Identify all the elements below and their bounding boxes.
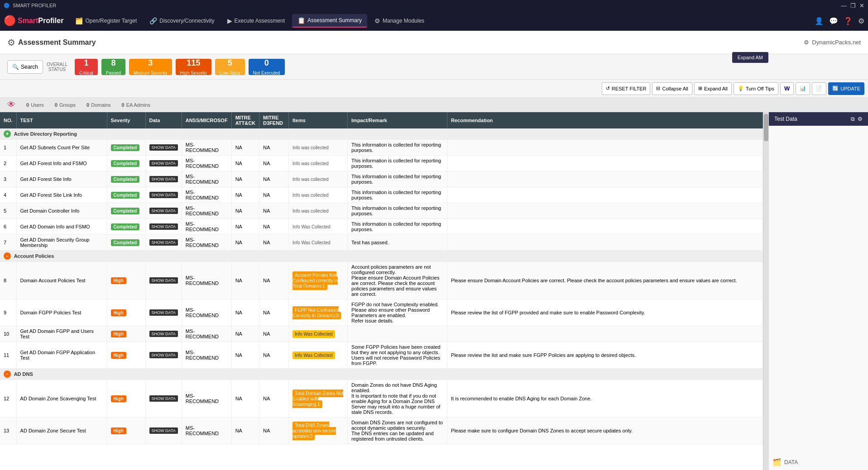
cell-no: 1 <box>0 140 16 156</box>
nav-assessment-summary[interactable]: 📋 Assessment Summary <box>292 14 367 28</box>
nav-execute[interactable]: ▶ Execute Assessment <box>222 14 290 27</box>
stat-low: 5 Low Risks <box>215 59 245 75</box>
cell-impact: This information is collected for report… <box>348 171 447 187</box>
items-cell: Info was collected <box>293 145 329 150</box>
cell-no: 13 <box>0 418 16 444</box>
passed-label: Passed <box>106 71 121 76</box>
pdf-export-button[interactable]: 📄 <box>812 82 826 95</box>
cell-mitre-d3: NA <box>259 380 289 418</box>
nav-open-register[interactable]: 🗂️ Open/Register Target <box>70 14 142 27</box>
th-impact: Impact/Remark <box>348 112 447 128</box>
close-button[interactable]: ✕ <box>859 2 864 9</box>
collapse-all-button[interactable]: ⊟ Collapse All <box>652 82 692 95</box>
cell-severity: High <box>107 418 145 444</box>
show-data-button[interactable]: SHOW DATA <box>149 395 178 402</box>
items-cell: Info Was Collected <box>293 240 331 245</box>
logo-icon: 🔴 <box>4 15 16 27</box>
nav-discovery[interactable]: 🔗 Discovery/Connectivity <box>144 14 220 27</box>
cell-mitre-att: NA <box>231 140 259 156</box>
cell-recommendation: Please review the list and make sure FGP… <box>447 342 763 369</box>
cell-severity: High <box>107 342 145 369</box>
show-data-button[interactable]: SHOW DATA <box>149 192 178 198</box>
minimize-button[interactable]: — <box>841 2 847 9</box>
user-icon[interactable]: 👤 <box>815 17 824 25</box>
cell-mitre-d3: NA <box>259 342 289 369</box>
mini-stat-users: 0 Users <box>26 102 44 108</box>
show-data-button[interactable]: SHOW DATA <box>149 239 178 246</box>
update-button[interactable]: 🔄 UPDATE <box>828 82 864 95</box>
cell-recommendation: It is recommended to enable DNS Aging fo… <box>447 380 763 418</box>
cell-mitre-d3: NA <box>259 299 289 326</box>
chat-icon[interactable]: 💬 <box>829 17 838 25</box>
restore-button[interactable]: ❐ <box>850 2 856 9</box>
nav-manage-modules[interactable]: ⚙ Manage Modules <box>369 14 430 27</box>
show-data-button[interactable]: SHOW DATA <box>149 144 178 151</box>
titlebar-controls[interactable]: — ❐ ✕ <box>841 2 864 9</box>
th-severity: Severity <box>107 112 145 128</box>
cell-items: Info was collected <box>289 140 348 156</box>
cell-test: Domain Account Policies Test <box>16 262 107 299</box>
turn-off-tips-button[interactable]: 💡 Turn Off Tips <box>734 82 778 95</box>
right-panel: Test Data ⧉ ⚙ 🗂️ DATA <box>768 112 868 470</box>
cell-items: Info was collected <box>289 171 348 187</box>
word-icon: W <box>784 85 790 92</box>
cell-recommendation: Please ensure Domain Account Policies ar… <box>447 262 763 299</box>
cell-mitre-d3: NA <box>259 171 289 187</box>
nav-right: 👤 💬 ❓ ⚙ <box>815 17 864 25</box>
items-cell: Info Was Collected <box>293 330 335 338</box>
cell-mitre-att: NA <box>231 219 259 235</box>
table-area[interactable]: NO. TEST Severity Data ANSS/MICROSOF MIT… <box>0 112 763 470</box>
right-panel-copy-icon[interactable]: ⧉ <box>851 116 855 122</box>
items-cell: Total Domain Zones Not Enabled with Scav… <box>293 389 343 408</box>
app-title: SMART PROFILER <box>13 3 56 8</box>
reset-filter-button[interactable]: ↺ RESET FILTER <box>602 82 651 95</box>
show-data-button[interactable]: SHOW DATA <box>149 176 178 182</box>
app-icon: 🔵 <box>4 3 10 9</box>
not-executed-label: Not Executed <box>253 71 280 76</box>
section-toggle[interactable]: + <box>4 130 11 138</box>
cell-recommendation: Please review the list of FGPP provided … <box>447 299 763 326</box>
cell-no: 8 <box>0 262 16 299</box>
cell-mitre-d3: NA <box>259 187 289 203</box>
show-data-button[interactable]: SHOW DATA <box>149 277 178 284</box>
search-button[interactable]: 🔍 Search <box>7 60 43 74</box>
turn-off-tips-label: Turn Off Tips <box>746 86 774 91</box>
table-row: 5 Get Domain Controller Info Completed S… <box>0 203 763 219</box>
stat-medium: 3 Medium Severity <box>129 59 172 75</box>
settings-icon[interactable]: ⚙ <box>858 17 864 25</box>
cell-mitre-att: NA <box>231 203 259 219</box>
help-icon[interactable]: ❓ <box>844 17 853 25</box>
cell-impact: This information is collected for report… <box>348 156 447 171</box>
cell-data: SHOW DATA <box>145 418 182 444</box>
section-toggle[interactable]: - <box>4 252 11 260</box>
cell-mitre-att: NA <box>231 262 259 299</box>
show-data-button[interactable]: SHOW DATA <box>149 223 178 230</box>
cell-test: Get AD Domain Security Group Membership <box>16 235 107 251</box>
dynamic-packs-icon: ⚙ <box>804 39 809 46</box>
expand-am-button[interactable]: Expand AM <box>732 52 768 63</box>
excel-export-button[interactable]: 📊 <box>796 82 810 95</box>
cell-severity: Completed <box>107 156 145 171</box>
show-data-button[interactable]: SHOW DATA <box>149 352 178 358</box>
scrollbar[interactable] <box>763 112 768 470</box>
word-export-button[interactable]: W <box>780 82 794 95</box>
show-data-button[interactable]: SHOW DATA <box>149 331 178 337</box>
nav-assessment-summary-label: Assessment Summary <box>307 17 362 24</box>
cell-recommendation <box>447 219 763 235</box>
show-data-button[interactable]: SHOW DATA <box>149 309 178 316</box>
show-data-button[interactable]: SHOW DATA <box>149 160 178 166</box>
section-toggle[interactable]: - <box>4 370 11 378</box>
cell-anss: MS-RECOMMEND <box>182 342 231 369</box>
show-data-button[interactable]: SHOW DATA <box>149 208 178 214</box>
items-cell: Info was collected <box>293 161 329 166</box>
titlebar-left: 🔵 SMART PROFILER <box>4 3 56 9</box>
right-panel-settings-icon[interactable]: ⚙ <box>858 116 863 122</box>
page-title: Assessment Summary <box>18 38 96 47</box>
show-data-button[interactable]: SHOW DATA <box>149 427 178 434</box>
cell-impact: Domain DNS Zones are not configured to a… <box>348 418 447 444</box>
cell-test: AD Domain Zone Secure Test <box>16 418 107 444</box>
expand-all-button[interactable]: ⊞ Expand All <box>694 82 732 95</box>
cell-recommendation <box>447 203 763 219</box>
th-mitre-att: MITRE ATT&CK <box>231 112 259 128</box>
table-row: 13 AD Domain Zone Secure Test High SHOW … <box>0 418 763 444</box>
